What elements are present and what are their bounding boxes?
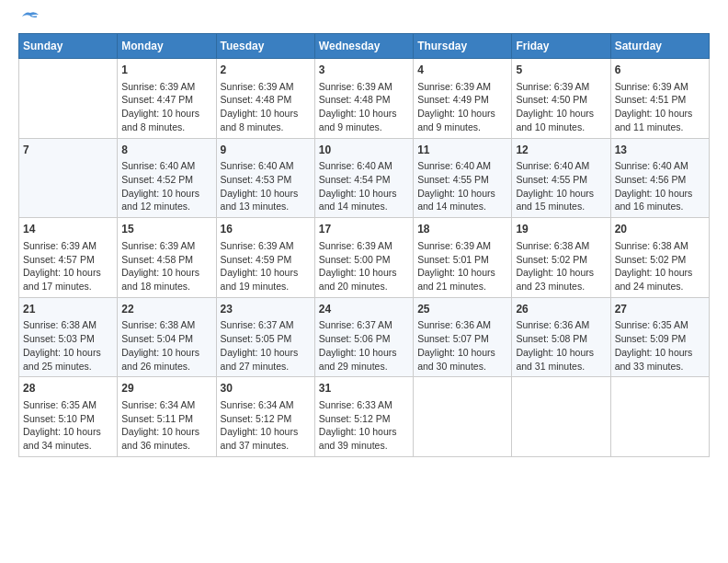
page-header	[18, 18, 710, 24]
calendar-cell: 31Sunrise: 6:33 AMSunset: 5:12 PMDayligh…	[314, 377, 413, 457]
day-info: Sunset: 5:06 PM	[319, 332, 409, 346]
calendar-cell: 6Sunrise: 6:39 AMSunset: 4:51 PMDaylight…	[610, 59, 709, 139]
day-info: Daylight: 10 hours	[417, 346, 507, 360]
day-info: and 26 minutes.	[121, 360, 211, 373]
day-info: Sunset: 5:04 PM	[121, 332, 211, 346]
day-info: Sunrise: 6:34 AM	[221, 398, 311, 412]
day-info: Sunset: 5:01 PM	[417, 253, 507, 267]
day-info: Daylight: 10 hours	[221, 266, 311, 280]
calendar-cell: 24Sunrise: 6:37 AMSunset: 5:06 PMDayligh…	[314, 297, 413, 377]
day-info: Daylight: 10 hours	[121, 425, 211, 439]
day-info: Sunrise: 6:35 AM	[23, 398, 113, 412]
calendar-cell	[610, 377, 709, 457]
day-info: Sunset: 5:12 PM	[221, 412, 311, 426]
day-info: and 10 minutes.	[516, 121, 606, 134]
calendar-cell: 10Sunrise: 6:40 AMSunset: 4:54 PMDayligh…	[314, 138, 413, 218]
day-number: 12	[516, 143, 606, 158]
day-info: and 18 minutes.	[121, 280, 211, 293]
day-info: Sunset: 5:10 PM	[23, 412, 113, 426]
day-number: 16	[221, 222, 311, 237]
day-number: 15	[121, 222, 211, 237]
day-info: Sunrise: 6:38 AM	[516, 239, 606, 253]
calendar-cell: 27Sunrise: 6:35 AMSunset: 5:09 PMDayligh…	[610, 297, 709, 377]
calendar-cell: 3Sunrise: 6:39 AMSunset: 4:48 PMDaylight…	[314, 59, 413, 139]
day-info: and 12 minutes.	[121, 200, 211, 213]
weekday-header-wednesday: Wednesday	[314, 34, 413, 59]
day-number: 7	[23, 143, 113, 158]
calendar-cell: 21Sunrise: 6:38 AMSunset: 5:03 PMDayligh…	[19, 297, 118, 377]
day-info: and 36 minutes.	[121, 439, 211, 453]
day-info: Sunset: 4:58 PM	[121, 253, 211, 267]
calendar-cell: 26Sunrise: 6:36 AMSunset: 5:08 PMDayligh…	[512, 297, 610, 377]
day-number: 30	[221, 381, 311, 396]
calendar-week-row: 21Sunrise: 6:38 AMSunset: 5:03 PMDayligh…	[19, 297, 710, 377]
calendar-cell: 2Sunrise: 6:39 AMSunset: 4:48 PMDaylight…	[216, 59, 314, 139]
calendar-cell: 16Sunrise: 6:39 AMSunset: 4:59 PMDayligh…	[216, 218, 314, 298]
day-info: Sunset: 5:00 PM	[319, 253, 409, 267]
day-info: Daylight: 10 hours	[319, 346, 409, 360]
calendar-cell: 25Sunrise: 6:36 AMSunset: 5:07 PMDayligh…	[414, 297, 512, 377]
day-info: Sunrise: 6:39 AM	[417, 239, 507, 253]
day-info: Sunset: 5:11 PM	[121, 412, 211, 426]
calendar-cell: 5Sunrise: 6:39 AMSunset: 4:50 PMDaylight…	[512, 59, 610, 139]
day-info: Daylight: 10 hours	[221, 187, 311, 201]
day-number: 6	[615, 63, 705, 78]
day-info: Sunrise: 6:38 AM	[615, 239, 705, 253]
day-info: Daylight: 10 hours	[221, 425, 311, 439]
day-number: 2	[221, 63, 311, 78]
day-info: Daylight: 10 hours	[615, 266, 705, 280]
day-info: and 33 minutes.	[615, 360, 705, 373]
day-info: Sunrise: 6:39 AM	[221, 80, 311, 94]
day-info: Sunset: 4:48 PM	[221, 93, 311, 107]
calendar-cell: 28Sunrise: 6:35 AMSunset: 5:10 PMDayligh…	[19, 377, 118, 457]
day-info: and 13 minutes.	[221, 200, 311, 213]
day-info: and 9 minutes.	[417, 121, 507, 134]
day-info: Sunrise: 6:39 AM	[121, 239, 211, 253]
calendar-cell: 23Sunrise: 6:37 AMSunset: 5:05 PMDayligh…	[216, 297, 314, 377]
day-number: 5	[516, 63, 606, 78]
day-number: 31	[319, 381, 409, 396]
logo	[18, 18, 40, 24]
calendar-cell	[512, 377, 610, 457]
day-info: Daylight: 10 hours	[417, 266, 507, 280]
day-info: Sunrise: 6:39 AM	[121, 80, 211, 94]
calendar-cell	[19, 59, 118, 139]
day-info: Sunrise: 6:40 AM	[615, 159, 705, 173]
day-info: Daylight: 10 hours	[615, 346, 705, 360]
day-info: Daylight: 10 hours	[319, 425, 409, 439]
day-info: Daylight: 10 hours	[23, 266, 113, 280]
day-info: Sunset: 4:51 PM	[615, 93, 705, 107]
calendar-week-row: 14Sunrise: 6:39 AMSunset: 4:57 PMDayligh…	[19, 218, 710, 298]
day-info: and 39 minutes.	[319, 439, 409, 453]
day-info: and 29 minutes.	[319, 360, 409, 373]
day-info: Sunrise: 6:39 AM	[23, 239, 113, 253]
day-info: Daylight: 10 hours	[23, 425, 113, 439]
day-number: 23	[221, 302, 311, 317]
day-number: 9	[221, 143, 311, 158]
day-info: Sunrise: 6:35 AM	[615, 318, 705, 332]
day-info: and 17 minutes.	[23, 280, 113, 293]
day-number: 29	[121, 381, 211, 396]
calendar-cell: 30Sunrise: 6:34 AMSunset: 5:12 PMDayligh…	[216, 377, 314, 457]
calendar-cell: 20Sunrise: 6:38 AMSunset: 5:02 PMDayligh…	[610, 218, 709, 298]
day-number: 14	[23, 222, 113, 237]
calendar-cell: 18Sunrise: 6:39 AMSunset: 5:01 PMDayligh…	[414, 218, 512, 298]
day-info: Daylight: 10 hours	[221, 346, 311, 360]
day-info: and 14 minutes.	[319, 200, 409, 213]
day-number: 8	[121, 143, 211, 158]
weekday-header-sunday: Sunday	[19, 34, 118, 59]
day-info: Sunset: 4:47 PM	[121, 93, 211, 107]
day-number: 20	[615, 222, 705, 237]
day-info: and 14 minutes.	[417, 200, 507, 213]
weekday-header-monday: Monday	[118, 34, 216, 59]
calendar-cell: 7	[19, 138, 118, 218]
day-info: Sunrise: 6:34 AM	[121, 398, 211, 412]
day-info: Sunset: 4:56 PM	[615, 173, 705, 187]
day-info: Daylight: 10 hours	[615, 107, 705, 121]
day-info: Sunrise: 6:38 AM	[23, 318, 113, 332]
day-info: Sunset: 4:57 PM	[23, 253, 113, 267]
day-info: Daylight: 10 hours	[417, 187, 507, 201]
day-info: and 37 minutes.	[221, 439, 311, 453]
day-info: Daylight: 10 hours	[121, 346, 211, 360]
calendar-cell: 29Sunrise: 6:34 AMSunset: 5:11 PMDayligh…	[118, 377, 216, 457]
